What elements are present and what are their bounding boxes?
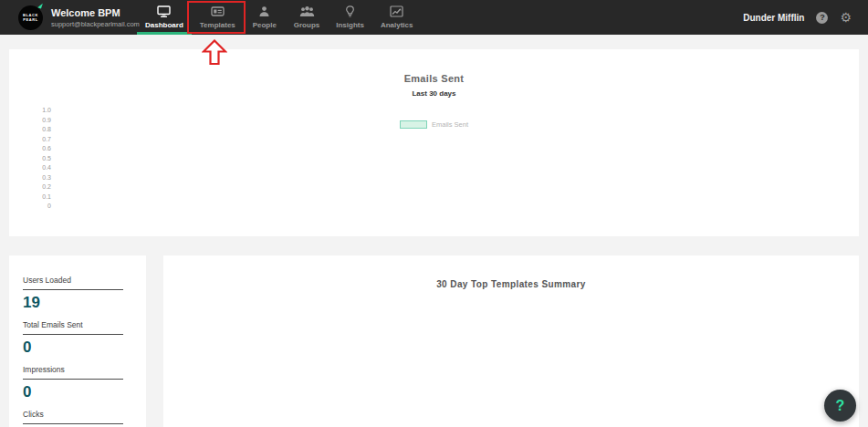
person-icon — [258, 5, 270, 17]
stat-value: 0 — [23, 383, 146, 401]
nav-item-analytics[interactable]: Analytics — [372, 0, 422, 35]
stat-value: 0 — [23, 338, 146, 357]
y-tick: 0.9 — [9, 116, 51, 126]
stat-label: Clicks — [23, 410, 123, 424]
y-tick: 0.8 — [9, 125, 51, 135]
stat-label: Users Loaded — [23, 276, 123, 290]
lightbulb-icon — [345, 5, 355, 17]
stat-impressions: Impressions 0 — [23, 365, 146, 401]
stats-card: Users Loaded 19 Total Emails Sent 0 Impr… — [9, 255, 146, 427]
welcome-title: Welcome BPM — [51, 7, 140, 18]
account-name[interactable]: Dunder Mifflin — [743, 13, 804, 23]
stat-value: 19 — [23, 294, 146, 312]
stat-label: Impressions — [23, 365, 123, 380]
y-tick: 0.1 — [9, 193, 51, 203]
summary-card: 30 Day Top Templates Summary — [163, 255, 859, 427]
nav-item-groups[interactable]: Groups — [286, 0, 328, 35]
y-tick: 0.3 — [9, 173, 51, 183]
y-tick: 0.2 — [9, 182, 51, 193]
stat-users-loaded: Users Loaded 19 — [23, 276, 146, 312]
chart-y-axis: 1.0 0.9 0.8 0.7 0.6 0.5 0.4 0.3 0.2 0.1 … — [9, 106, 51, 212]
nav-label-groups: Groups — [294, 21, 319, 29]
help-icon[interactable]: ? — [816, 12, 828, 24]
y-tick: 0.4 — [9, 163, 51, 173]
nav-item-people[interactable]: People — [244, 0, 286, 35]
nav-label-dashboard: Dashboard — [145, 21, 183, 29]
emails-sent-chart-card: Emails Sent Last 30 days Emails Sent 1.0… — [9, 49, 859, 236]
y-tick: 0 — [9, 202, 51, 212]
welcome-email: support@blackpearlmail.com — [51, 20, 140, 28]
y-tick: 0.5 — [9, 154, 51, 164]
main-nav: Dashboard Templates People Groups — [137, 0, 421, 35]
stat-clicks: Clicks 0 — [23, 410, 146, 427]
dashboard-monitor-icon — [157, 5, 171, 17]
nav-label-templates: Templates — [200, 21, 235, 29]
analytics-chart-icon — [390, 5, 403, 17]
welcome-block: Welcome BPM support@blackpearlmail.com — [51, 7, 140, 28]
logo-text-line2: PEARL — [23, 17, 38, 22]
nav-label-insights: Insights — [336, 21, 364, 29]
nav-item-dashboard[interactable]: Dashboard — [137, 0, 192, 35]
top-navbar: BLACK PEARL Welcome BPM support@blackpea… — [0, 0, 868, 35]
chart-title: Emails Sent — [9, 73, 859, 84]
summary-title: 30 Day Top Templates Summary — [163, 279, 859, 289]
templates-card-icon — [211, 5, 225, 17]
stat-label: Total Emails Sent — [23, 320, 123, 335]
black-pearl-logo: BLACK PEARL — [18, 5, 43, 30]
chart-subtitle: Last 30 days — [9, 89, 859, 98]
logo-flag-icon — [37, 2, 43, 8]
groups-icon — [299, 5, 315, 17]
chart-plot-area — [55, 106, 841, 212]
nav-label-analytics: Analytics — [381, 21, 413, 29]
gear-icon[interactable]: ⚙ — [840, 11, 852, 24]
stat-total-emails-sent: Total Emails Sent 0 — [23, 320, 146, 357]
nav-item-templates[interactable]: Templates — [192, 0, 244, 35]
help-fab-button[interactable]: ? — [824, 390, 856, 422]
nav-label-people: People — [253, 21, 277, 29]
screen: BLACK PEARL Welcome BPM support@blackpea… — [0, 0, 868, 427]
y-tick: 1.0 — [9, 106, 51, 116]
y-tick: 0.7 — [9, 135, 51, 145]
brand[interactable]: BLACK PEARL Welcome BPM support@blackpea… — [18, 0, 133, 35]
navbar-right: Dunder Mifflin ? ⚙ — [743, 0, 852, 35]
nav-item-insights[interactable]: Insights — [328, 0, 372, 35]
y-tick: 0.6 — [9, 144, 51, 154]
